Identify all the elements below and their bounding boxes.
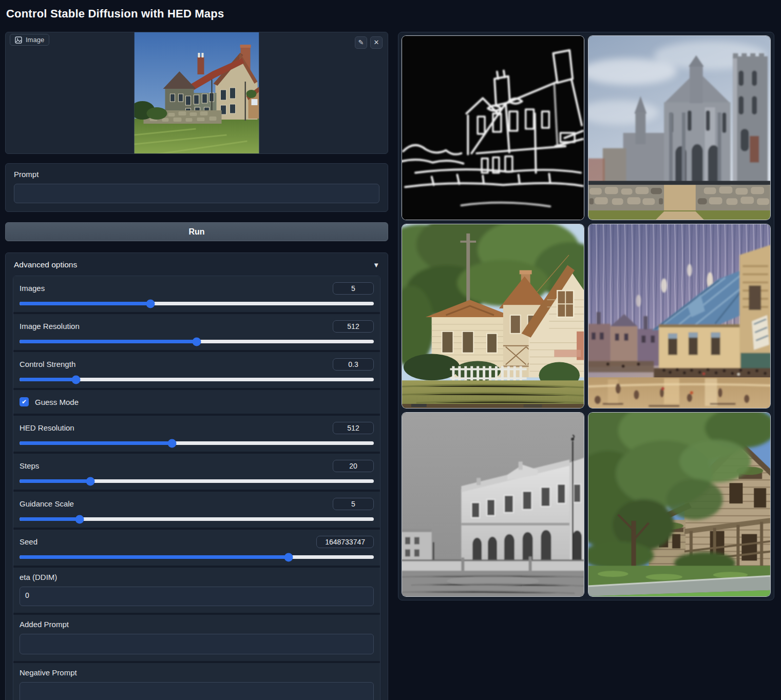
result-gallery [398, 32, 774, 600]
negative-prompt-label: Negative Prompt [20, 668, 374, 677]
seed-value-box[interactable]: 1648733747 [316, 536, 374, 548]
hed-resolution-value-box[interactable]: 512 [333, 422, 374, 434]
chevron-down-icon: ▼ [373, 261, 379, 269]
guidance-scale-slider[interactable] [20, 517, 374, 521]
advanced-options-panel: Advanced options ▼ Images 5 Image Resolu… [5, 252, 388, 700]
control-strength-label: Control Strength [20, 360, 75, 368]
seed-slider[interactable] [20, 555, 374, 559]
run-button[interactable]: Run [5, 222, 388, 241]
close-icon: ✕ [374, 38, 379, 46]
hed-resolution-slider[interactable] [20, 441, 374, 445]
images-slider-row: Images 5 [13, 276, 380, 312]
image-resolution-slider-row: Image Resolution 512 [13, 314, 380, 350]
guess-mode-checkbox[interactable]: ✔ [20, 397, 29, 406]
steps-label: Steps [20, 461, 39, 470]
images-slider-thumb[interactable] [146, 299, 155, 308]
added-prompt-input[interactable] [20, 634, 374, 654]
image-resolution-label: Image Resolution [20, 322, 80, 330]
hed-resolution-label: HED Resolution [20, 423, 74, 432]
image-resolution-slider-thumb[interactable] [193, 337, 201, 346]
image-label: Image [26, 36, 44, 44]
control-strength-slider-thumb[interactable] [72, 375, 81, 384]
seed-label: Seed [20, 537, 37, 546]
pencil-icon: ✎ [358, 38, 364, 46]
gallery-item-rustic-house[interactable] [588, 412, 771, 597]
steps-slider-row: Steps 20 [13, 454, 380, 490]
cathedral-illustration [588, 36, 770, 220]
hed-resolution-slider-thumb[interactable] [167, 439, 176, 448]
added-prompt-label: Added Prompt [20, 620, 374, 629]
image-resolution-slider[interactable] [20, 340, 374, 343]
controls-column: Image ✎ ✕ [5, 32, 388, 700]
advanced-options-form: Images 5 Image Resolution 512 Control St… [13, 276, 380, 700]
gallery-item-impressionist[interactable] [588, 224, 771, 409]
steps-value-box[interactable]: 20 [333, 460, 374, 472]
grayscale-building-illustration [402, 413, 584, 596]
guidance-scale-value-box[interactable]: 5 [333, 498, 374, 510]
steps-slider[interactable] [20, 479, 374, 483]
control-strength-value-box[interactable]: 0.3 [333, 358, 374, 371]
check-icon: ✔ [22, 398, 27, 405]
edit-image-button[interactable]: ✎ [355, 36, 367, 49]
control-strength-slider[interactable] [20, 378, 374, 381]
negative-prompt-input[interactable] [20, 682, 374, 700]
page-title: Control Stable Diffusion with HED Maps [6, 7, 224, 21]
images-value-box[interactable]: 5 [333, 282, 374, 295]
gallery-item-cathedral[interactable] [588, 35, 771, 220]
images-slider[interactable] [20, 302, 374, 305]
advanced-options-header[interactable]: Advanced options ▼ [13, 253, 380, 276]
cream-house-illustration [402, 224, 584, 408]
rustic-house-illustration [588, 413, 770, 596]
eta-label: eta (DDIM) [20, 573, 374, 581]
guidance-scale-slider-row: Guidance Scale 5 [13, 492, 380, 528]
image-icon [15, 36, 22, 44]
steps-slider-thumb[interactable] [86, 477, 95, 485]
negative-prompt-row: Negative Prompt [13, 663, 380, 700]
guidance-scale-slider-thumb[interactable] [75, 515, 84, 523]
gallery-item-grayscale-building[interactable] [402, 412, 584, 597]
gallery-item-hed-map[interactable] [402, 35, 584, 220]
guess-mode-row: ✔ Guess Mode [13, 390, 380, 414]
added-prompt-row: Added Prompt [13, 615, 380, 661]
input-image-panel[interactable]: Image ✎ ✕ [5, 32, 388, 154]
control-strength-slider-row: Control Strength 0.3 [13, 352, 380, 388]
advanced-options-title: Advanced options [14, 260, 77, 269]
seed-slider-thumb[interactable] [284, 553, 293, 561]
prompt-block: Prompt [5, 163, 388, 212]
guidance-scale-label: Guidance Scale [20, 499, 74, 508]
eta-row: eta (DDIM) 0 [13, 568, 380, 613]
prompt-label: Prompt [14, 170, 379, 179]
gallery-item-cream-house[interactable] [402, 224, 584, 409]
image-resolution-value-box[interactable]: 512 [333, 320, 374, 333]
guess-mode-label: Guess Mode [35, 398, 79, 406]
impressionist-illustration [588, 224, 770, 408]
prompt-input[interactable] [14, 184, 379, 203]
seed-slider-row: Seed 1648733747 [13, 530, 380, 566]
clear-image-button[interactable]: ✕ [370, 36, 383, 49]
input-image-photo[interactable] [135, 32, 259, 154]
input-house-photo-illustration [135, 32, 259, 154]
hed-resolution-slider-row: HED Resolution 512 [13, 416, 380, 452]
hed-map-illustration [402, 36, 584, 220]
image-label-tab: Image [10, 34, 49, 46]
eta-input[interactable]: 0 [20, 587, 374, 606]
images-label: Images [20, 284, 45, 293]
